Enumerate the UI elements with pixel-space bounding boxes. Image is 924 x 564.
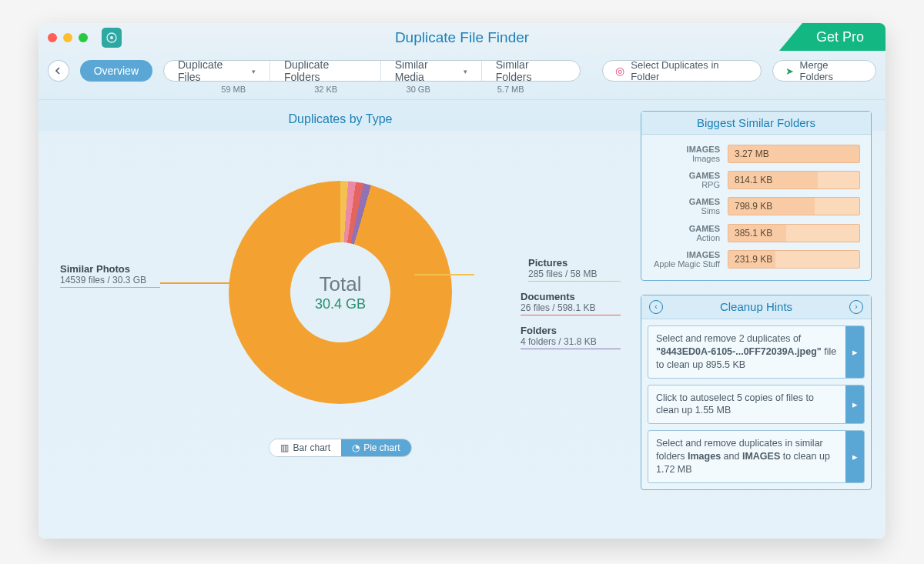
hints-prev-button[interactable]: ‹ [649,300,663,314]
zoom-icon[interactable] [79,33,88,42]
chart-type-toggle: ▥ Bar chart ◔ Pie chart [269,439,411,457]
main-content: Duplicates by Type Total 30.4 GB Similar… [38,100,886,539]
svg-point-1 [110,36,113,39]
overview-pill[interactable]: Overview [80,60,152,82]
folder-row[interactable]: GAMESRPG 814.1 KB [641,167,871,193]
cleanup-hint[interactable]: Select and remove 2 duplicates of "8443E… [648,325,865,379]
biggest-similar-folders-panel: Biggest Similar Folders IMAGESImages 3.2… [641,111,872,281]
tab-size: 30 GB [372,85,464,94]
play-icon[interactable]: ▸ [845,431,864,482]
chevron-down-icon: ▾ [464,68,467,75]
size-bar: 3.27 MB [728,145,860,163]
size-bar: 814.1 KB [728,171,860,189]
tab-duplicate-files[interactable]: Duplicate Files▾ [164,61,270,81]
folder-row[interactable]: IMAGESImages 3.27 MB [641,141,871,167]
select-duplicates-button[interactable]: ◎ Select Duplicates in Folder [602,60,761,82]
cleanup-hint[interactable]: Click to autoselect 5 copies of files to… [648,385,865,425]
folder-row[interactable]: IMAGESApple Magic Stuff 231.9 KB [641,246,871,272]
back-button[interactable] [48,60,69,82]
donut-chart: Total 30.4 GB Similar Photos 14539 files… [52,140,628,432]
minimize-icon[interactable] [63,33,72,42]
tab-size: 59 MB [187,85,280,94]
toolbar: Overview Duplicate Files▾Duplicate Folde… [38,52,886,100]
tab-size: 32 KB [280,85,372,94]
tab-duplicate-folders[interactable]: Duplicate Folders [270,61,381,81]
pie-chart-button[interactable]: ◔ Pie chart [341,439,410,456]
merge-folders-button[interactable]: ➤ Merge Folders [772,60,876,82]
tab-similar-media[interactable]: Similar Media▾ [381,61,482,81]
cleanup-hint[interactable]: Select and remove duplicates in similar … [648,430,865,483]
pie-icon: ◔ [352,442,360,453]
folder-row[interactable]: GAMESSims 798.9 KB [641,193,871,219]
legend-similar-photos: Similar Photos 14539 files / 30.3 GB [60,263,160,288]
bar-chart-button[interactable]: ▥ Bar chart [270,439,341,456]
leader-line [414,274,474,275]
app-title: Duplicate File Finder [38,29,886,46]
panel-title: Cleanup Hints [720,300,792,313]
close-icon[interactable] [48,33,57,42]
folder-row[interactable]: GAMESAction 385.1 KB [641,220,871,246]
bar-icon: ▥ [280,442,289,453]
tab-similar-folders[interactable]: Similar Folders [482,61,581,81]
titlebar: Duplicate File Finder Get Pro [38,23,886,52]
app-window: Duplicate File Finder Get Pro Overview D… [38,23,886,539]
target-icon: ◎ [615,65,624,77]
size-bar: 798.9 KB [728,197,860,215]
size-bar: 231.9 KB [728,250,860,269]
donut-center: Total 30.4 GB [290,242,390,342]
merge-icon: ➤ [785,65,794,77]
legend-folders: Folders 4 folders / 31.8 KB [521,325,621,349]
app-emblem-icon [102,28,122,48]
chart-column: Duplicates by Type Total 30.4 GB Similar… [52,108,628,525]
panel-title: Biggest Similar Folders [641,112,871,135]
legend-documents: Documents 26 files / 598.1 KB [521,291,621,315]
legend-pictures: Pictures 285 files / 58 MB [528,257,621,282]
hints-next-button[interactable]: › [849,300,863,314]
cleanup-hints-panel: ‹ Cleanup Hints › Select and remove 2 du… [641,295,872,490]
size-bar: 385.1 KB [728,224,860,242]
right-column: Biggest Similar Folders IMAGESImages 3.2… [641,108,872,525]
get-pro-button[interactable]: Get Pro [779,23,886,51]
tab-size: 5.7 MB [464,85,557,94]
chart-title: Duplicates by Type [289,112,393,126]
play-icon[interactable]: ▸ [845,326,864,378]
leader-line [160,282,256,284]
play-icon[interactable]: ▸ [845,385,864,424]
window-controls [48,33,88,42]
chevron-down-icon: ▾ [252,68,256,75]
category-tabs: Duplicate Files▾Duplicate FoldersSimilar… [163,60,581,94]
